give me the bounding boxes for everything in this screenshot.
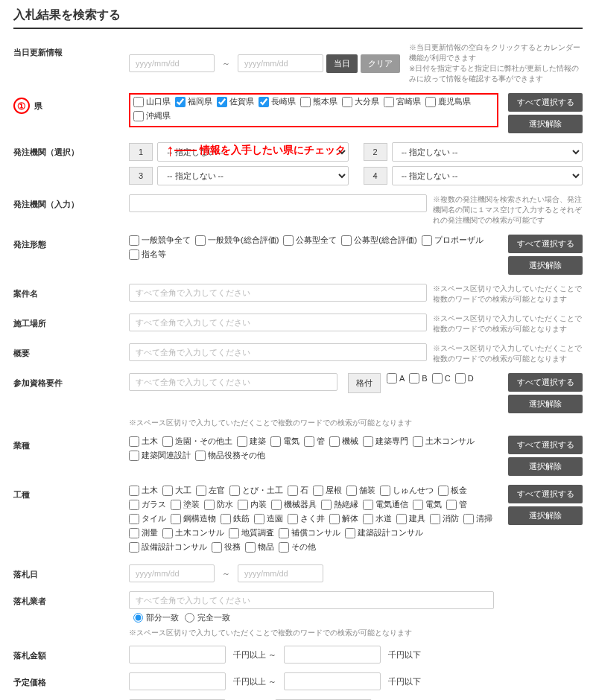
worktype-防水-checkbox[interactable] (204, 500, 215, 510)
worktype-石-checkbox[interactable] (288, 486, 298, 496)
worktype-とび・土工-checkbox[interactable] (229, 486, 240, 496)
industry-建築専門-checkbox[interactable] (363, 436, 373, 447)
worktype-解体-checkbox[interactable] (329, 514, 340, 524)
pref-長崎県-checkbox[interactable] (259, 97, 269, 107)
worktype-塗装[interactable]: 塗装 (171, 499, 200, 510)
worktype-内装-checkbox[interactable] (238, 500, 248, 510)
agency-select-3[interactable]: -- 指定しない -- (157, 166, 348, 185)
worktype-鉄筋-checkbox[interactable] (221, 514, 231, 524)
worktype-大工[interactable]: 大工 (162, 485, 191, 496)
worktype-建具[interactable]: 建具 (396, 513, 425, 524)
worktype-タイル-checkbox[interactable] (129, 514, 139, 524)
qualification-input[interactable] (129, 373, 337, 391)
pref-山口県[interactable]: 山口県 (133, 96, 171, 107)
ordertype-指名等-checkbox[interactable] (129, 249, 139, 260)
industry-造園・その他土-checkbox[interactable] (162, 436, 173, 447)
worktype-清掃-checkbox[interactable] (463, 514, 474, 524)
pref-福岡県[interactable]: 福岡県 (175, 96, 212, 107)
pref-山口県-checkbox[interactable] (133, 97, 144, 107)
industry-土木-checkbox[interactable] (129, 436, 139, 447)
ordertype-公募型(総合評価)[interactable]: 公募型(総合評価) (341, 235, 416, 246)
worktype-熱絶縁[interactable]: 熱絶縁 (321, 499, 358, 510)
worktype-測量-checkbox[interactable] (129, 528, 139, 538)
worktype-その他-checkbox[interactable] (279, 542, 289, 553)
pref-熊本県-checkbox[interactable] (300, 97, 311, 107)
worktype-板金-checkbox[interactable] (438, 486, 448, 496)
ordertype-一般競争(総合評価)[interactable]: 一般競争(総合評価) (195, 235, 279, 246)
industry-土木コンサル-checkbox[interactable] (413, 436, 423, 447)
worktype-土木コンサル[interactable]: 土木コンサル (162, 527, 224, 538)
grade-A[interactable]: A (387, 373, 405, 384)
worktype-建具-checkbox[interactable] (396, 514, 407, 524)
worktype-造園[interactable]: 造園 (254, 513, 283, 524)
industry-物品役務その他[interactable]: 物品役務その他 (195, 450, 265, 461)
update-date-from[interactable] (129, 54, 215, 72)
industry-管[interactable]: 管 (304, 436, 325, 447)
worktype-建築設計コンサル[interactable]: 建築設計コンサル (345, 527, 423, 538)
industry-物品役務その他-checkbox[interactable] (195, 451, 206, 461)
award-date-from[interactable] (129, 564, 215, 582)
worktype-建築設計コンサル-checkbox[interactable] (345, 528, 355, 538)
industry-deselect[interactable]: 選択解除 (508, 457, 583, 476)
grade-deselect[interactable]: 選択解除 (508, 395, 583, 413)
planned-price-to[interactable] (284, 672, 381, 690)
grade-C-checkbox[interactable] (432, 373, 443, 384)
worktype-水道[interactable]: 水道 (363, 513, 392, 524)
industry-電気-checkbox[interactable] (270, 436, 281, 447)
industry-建築-checkbox[interactable] (237, 436, 247, 447)
ordertype-プロポーザル-checkbox[interactable] (422, 235, 432, 246)
clear-button[interactable]: クリア (361, 54, 400, 73)
worktype-しゅんせつ[interactable]: しゅんせつ (380, 485, 434, 496)
pref-大分県[interactable]: 大分県 (342, 96, 379, 107)
worktype-役務-checkbox[interactable] (212, 542, 222, 553)
worktype-板金[interactable]: 板金 (438, 485, 467, 496)
worktype-鋼構造物-checkbox[interactable] (171, 514, 181, 524)
grade-A-checkbox[interactable] (387, 373, 397, 384)
industry-建築専門[interactable]: 建築専門 (363, 436, 408, 447)
ordertype-指名等[interactable]: 指名等 (129, 249, 166, 260)
pref-熊本県[interactable]: 熊本県 (300, 96, 337, 107)
pref-佐賀県[interactable]: 佐賀県 (217, 96, 254, 107)
worktype-補償コンサル[interactable]: 補償コンサル (279, 527, 340, 538)
industry-建築[interactable]: 建築 (237, 436, 266, 447)
worktype-地質調査[interactable]: 地質調査 (229, 527, 274, 538)
industry-土木[interactable]: 土木 (129, 436, 158, 447)
worktype-消防-checkbox[interactable] (430, 514, 440, 524)
grade-select-all[interactable]: すべて選択する (508, 373, 583, 392)
pref-沖縄県-checkbox[interactable] (133, 111, 144, 121)
grade-B-checkbox[interactable] (409, 373, 419, 384)
worktype-電気通信[interactable]: 電気通信 (363, 499, 408, 510)
pref-長崎県[interactable]: 長崎県 (259, 96, 296, 107)
worktype-清掃[interactable]: 清掃 (463, 513, 492, 524)
worktype-消防[interactable]: 消防 (430, 513, 459, 524)
worktype-その他[interactable]: その他 (279, 541, 316, 553)
worktype-舗装[interactable]: 舗装 (346, 485, 375, 496)
agency-input[interactable] (129, 194, 427, 212)
ordertype-公募型(総合評価)-checkbox[interactable] (341, 235, 352, 246)
worktype-熱絶縁-checkbox[interactable] (321, 500, 332, 510)
worktype-deselect[interactable]: 選択解除 (508, 506, 583, 525)
industry-select-all[interactable]: すべて選択する (508, 436, 583, 454)
summary-input[interactable] (129, 343, 427, 361)
grade-B[interactable]: B (409, 373, 427, 384)
worktype-解体[interactable]: 解体 (329, 513, 358, 524)
worktype-水道-checkbox[interactable] (363, 514, 373, 524)
pref-宮崎県[interactable]: 宮崎県 (384, 96, 421, 107)
worktype-設備設計コンサル-checkbox[interactable] (129, 542, 139, 553)
ordertype-一般競争(総合評価)-checkbox[interactable] (195, 235, 206, 246)
worktype-電気通信-checkbox[interactable] (363, 500, 373, 510)
worktype-塗装-checkbox[interactable] (171, 500, 181, 510)
pref-沖縄県[interactable]: 沖縄県 (133, 110, 171, 121)
worktype-舗装-checkbox[interactable] (346, 486, 357, 496)
worktype-とび・土工[interactable]: とび・土工 (229, 485, 283, 496)
pref-大分県-checkbox[interactable] (342, 97, 352, 107)
agency-select-4[interactable]: -- 指定しない -- (392, 166, 583, 185)
agency-select-2[interactable]: -- 指定しない -- (392, 142, 583, 162)
worktype-左官[interactable]: 左官 (196, 485, 225, 496)
pref-福岡県-checkbox[interactable] (175, 97, 186, 107)
worktype-ガラス-checkbox[interactable] (129, 500, 139, 510)
today-button[interactable]: 当日 (326, 54, 358, 73)
worktype-機械器具-checkbox[interactable] (271, 500, 282, 510)
worktype-管-checkbox[interactable] (446, 500, 457, 510)
worktype-電気-checkbox[interactable] (413, 500, 423, 510)
